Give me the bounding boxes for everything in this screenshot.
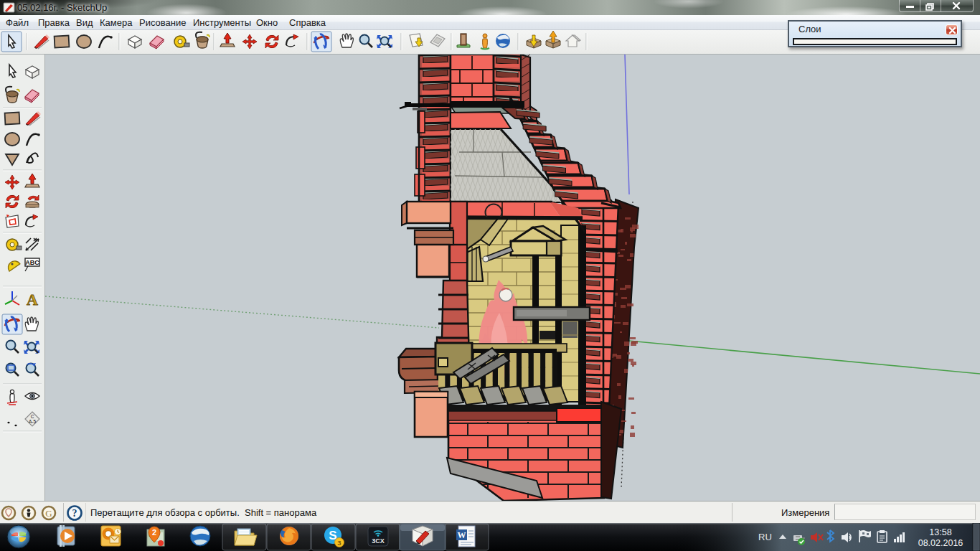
svg-text:G: G (45, 508, 52, 519)
svg-text:C: C (31, 414, 34, 419)
svg-text:13:58: 13:58 (929, 527, 951, 537)
svg-text:3: 3 (337, 539, 341, 547)
svg-text:08.02.2016: 08.02.2016 (918, 538, 963, 548)
svg-text:2: 2 (152, 528, 156, 537)
svg-text:?: ? (72, 508, 77, 519)
svg-text:RU: RU (758, 532, 772, 542)
svg-text:3CX: 3CX (372, 537, 385, 545)
svg-text:A: A (27, 291, 38, 309)
svg-text:W: W (458, 530, 466, 540)
svg-text:A-5: A-5 (29, 419, 37, 424)
svg-text:ABC: ABC (25, 259, 39, 266)
